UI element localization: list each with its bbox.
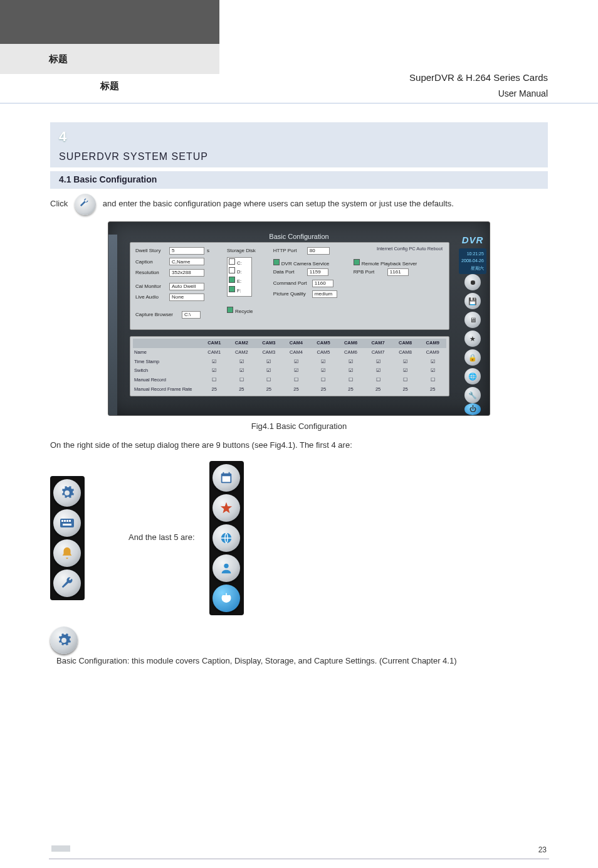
header-label-1: 标题 — [49, 53, 68, 65]
basic-config-screenshot: Basic Configuration Internet Config PC A… — [108, 221, 490, 416]
calendar-icon — [212, 464, 240, 492]
gear-icon — [53, 479, 81, 507]
lock-icon[interactable]: 🔒 — [464, 349, 481, 366]
drive-d[interactable]: D: — [229, 267, 250, 277]
rpbport-field[interactable]: 1161 — [387, 268, 409, 276]
svg-rect-5 — [63, 524, 71, 526]
capbrowse-label: Capture Browser — [135, 310, 179, 319]
power2-icon — [212, 585, 240, 612]
storage-title: Storage Disk — [227, 246, 256, 255]
svg-rect-4 — [69, 520, 71, 522]
bell-icon — [53, 539, 81, 567]
record-icon[interactable]: ⏺ — [464, 274, 481, 290]
calmon-field[interactable]: Auto Dwell — [169, 283, 204, 290]
icon-stack-1 — [50, 476, 85, 600]
http-field[interactable]: 80 — [307, 247, 330, 255]
svg-point-11 — [224, 564, 228, 568]
drive-f[interactable]: F: — [229, 286, 250, 295]
chapter-heading: 4 SUPERDVR SYSTEM SETUP — [50, 122, 548, 167]
shot-tabs: Internet Config PC Auto Reboot — [377, 245, 443, 253]
globe2-icon — [212, 524, 240, 552]
cmdport-field[interactable]: 1160 — [312, 280, 333, 287]
svg-rect-3 — [66, 520, 68, 522]
svg-rect-1 — [61, 520, 63, 522]
liveaudio-label: Live Audio — [135, 293, 167, 302]
page-number: 23 — [538, 845, 547, 854]
shot-title: Basic Configuration — [269, 231, 328, 243]
section-heading: 4.1 Basic Configuration — [50, 171, 548, 189]
brand-subtitle: User Manual — [409, 86, 548, 102]
prose-p2: And the last 5 are: — [129, 533, 195, 542]
header-label-2: 标题 — [100, 80, 119, 92]
dwell-unit: s — [207, 246, 209, 255]
prose-p3: Basic Configuration: this module covers … — [56, 656, 457, 665]
remote-service-check[interactable]: Remote Playback Server — [354, 259, 417, 268]
globe-icon[interactable]: 🌐 — [464, 368, 481, 384]
resolution-label: Resolution — [135, 268, 167, 277]
wrench-icon — [75, 194, 96, 215]
rpbport-label: RPB Port — [354, 268, 385, 277]
cmdport-label: Command Port — [273, 279, 310, 288]
capbrowse-field[interactable]: C:\ — [182, 311, 201, 319]
svg-rect-2 — [64, 520, 66, 522]
caption-label: Caption — [135, 258, 167, 267]
star-icon[interactable]: ★ — [464, 331, 481, 347]
dwell-field[interactable]: 5 — [169, 247, 204, 255]
dataport-field[interactable]: 1159 — [307, 268, 328, 276]
http-label: HTTP Port — [273, 246, 305, 255]
picqual-field[interactable]: medium — [312, 290, 337, 298]
power-icon[interactable]: ⏻ — [464, 403, 481, 415]
resolution-field[interactable]: 352x288 — [169, 269, 204, 277]
dataport-label: Data Port — [273, 268, 305, 277]
user-icon — [212, 554, 240, 582]
wrench-side-icon[interactable]: 🔧 — [464, 387, 481, 403]
wrench2-icon — [53, 569, 81, 597]
star2-icon — [212, 494, 240, 522]
gear-standalone-icon — [50, 627, 78, 654]
shot-upper-panel: Internet Config PC Auto Reboot Dwell Sto… — [130, 242, 449, 330]
intro-prefix: Click — [50, 199, 72, 208]
picqual-label: Picture Quality — [273, 290, 310, 299]
section-title: 4.1 Basic Configuration — [59, 172, 157, 188]
footer-block — [51, 845, 70, 852]
calmon-label: Cal Monitor — [135, 282, 167, 291]
dvr-logo: DVR — [462, 232, 484, 248]
disk-icon[interactable]: 💾 — [464, 293, 481, 309]
drive-c[interactable]: C: — [229, 258, 250, 268]
svg-rect-7 — [223, 476, 231, 482]
recycle-check[interactable]: Recycle — [227, 307, 256, 316]
dwell-label: Dwell Story — [135, 246, 167, 255]
brand-title: SuperDVR & H.264 Series Cards — [409, 69, 548, 86]
icon-stack-2 — [209, 461, 244, 615]
section-intro: Click and enter the basic configuration … — [50, 194, 548, 215]
shot-camera-grid: CAM1CAM2CAM3CAM4CAM5CAM6CAM7CAM8CAM9Name… — [130, 336, 449, 396]
screen-icon[interactable]: 🖥 — [464, 312, 481, 328]
date-badge: 10:21:25 2008-04-26 星期六 — [459, 248, 486, 275]
dvr-service-check[interactable]: DVR Camera Service — [273, 259, 337, 268]
prose-p1: On the right side of the setup dialog th… — [50, 438, 548, 452]
figure-caption: Fig4.1 Basic Configuration — [50, 420, 548, 433]
chapter-number: 4 — [59, 125, 539, 148]
liveaudio-field[interactable]: None — [169, 294, 204, 301]
keyboard-icon — [53, 509, 81, 537]
caption-field[interactable]: C,Name — [169, 258, 204, 265]
drive-e[interactable]: E: — [229, 277, 250, 286]
chapter-title: SUPERDVR SYSTEM SETUP — [59, 148, 539, 165]
intro-suffix: and enter the basic configuration page w… — [98, 199, 454, 208]
